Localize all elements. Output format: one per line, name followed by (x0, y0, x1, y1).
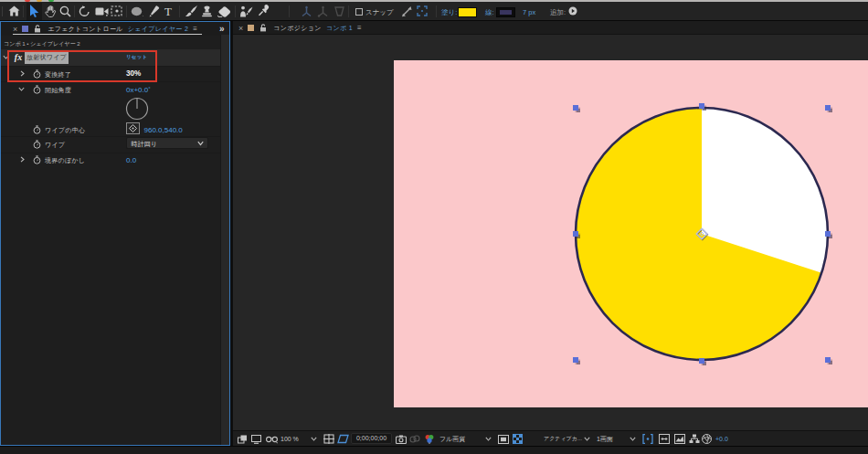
grid-guides-icon (323, 434, 334, 444)
property-label[interactable]: 境界のぼかし (45, 156, 85, 165)
annotation-highlight-box (7, 50, 157, 82)
panel-title[interactable]: コンポジション (273, 25, 322, 31)
region-of-interest-button[interactable] (498, 431, 509, 447)
selection-tool-button[interactable] (27, 2, 41, 20)
rotation-tool-button[interactable] (78, 2, 91, 20)
resolution-chevron[interactable] (485, 431, 492, 447)
stroke-label[interactable]: 線: (485, 8, 494, 17)
pen-tool-button[interactable] (147, 2, 161, 20)
composition-statusbar: 100 % 0;00;00;00 (233, 430, 868, 446)
clone-stamp-tool-button[interactable] (200, 2, 214, 20)
brush-tool-button[interactable] (185, 2, 199, 20)
3d-view-dropdown[interactable]: アクティブカ... (544, 431, 582, 447)
transparency-grid-button[interactable] (513, 431, 523, 447)
magnification-dropdown[interactable]: 100 % (281, 431, 299, 447)
shape-tool-button[interactable] (130, 2, 144, 20)
flowchart-icon (689, 434, 700, 444)
snap-checkbox[interactable] (355, 8, 363, 16)
selection-handle-mid-right[interactable] (825, 231, 831, 237)
property-label[interactable]: ワイプの中心 (45, 126, 85, 135)
selection-handle-bottom-left[interactable] (573, 357, 578, 363)
unlock-icon[interactable] (34, 25, 41, 33)
stroke-color-swatch[interactable] (496, 7, 515, 17)
fill-color-swatch[interactable] (458, 7, 477, 17)
anchor-point-icon[interactable] (694, 227, 709, 241)
local-axis-mode-button[interactable] (299, 2, 313, 20)
share-view-button[interactable] (642, 431, 653, 447)
3d-view-chevron[interactable] (584, 431, 590, 447)
show-snapshot-button[interactable] (409, 431, 420, 447)
selection-handle-top-left[interactable] (573, 105, 578, 111)
panel-divider[interactable] (230, 21, 233, 446)
stopwatch-icon[interactable] (33, 155, 41, 164)
composition-viewer[interactable] (233, 35, 868, 430)
wipe-center-point-button[interactable] (126, 122, 141, 135)
comp-flowchart-button[interactable] (689, 431, 700, 447)
selection-handle-top-center[interactable] (699, 103, 704, 109)
panel-menu-icon[interactable]: ≡ (357, 24, 362, 32)
property-value[interactable]: 0.0 (126, 156, 136, 164)
view-axis-mode-button[interactable] (332, 2, 346, 20)
angle-dial[interactable] (125, 97, 149, 121)
scrollbar-gutter[interactable] (220, 35, 230, 445)
world-axis-mode-button[interactable] (315, 2, 330, 20)
stroke-width-value[interactable]: 7 px (523, 8, 535, 16)
property-label[interactable]: 開始角度 (45, 86, 71, 95)
twirl-down-icon[interactable] (18, 86, 25, 92)
close-tab-icon[interactable]: × (13, 25, 17, 34)
composition-canvas[interactable] (394, 60, 868, 407)
snap-bounds-button[interactable] (415, 2, 429, 20)
stopwatch-icon[interactable] (33, 125, 41, 134)
snap-options-button[interactable] (399, 2, 414, 20)
selection-handle-top-right[interactable] (825, 105, 831, 111)
add-effect-button[interactable] (567, 2, 578, 20)
magnification-chevron[interactable] (311, 431, 317, 447)
resolution-dropdown[interactable]: フル画質 (439, 431, 465, 447)
current-time-field[interactable]: 0;00;00;00 (351, 433, 392, 444)
home-tool-button[interactable] (7, 2, 21, 20)
panel-target-layer[interactable]: シェイプレイヤー 2 (128, 26, 189, 32)
selection-handle-bottom-right[interactable] (825, 357, 831, 363)
eraser-tool-button[interactable] (217, 2, 232, 20)
type-tool-button[interactable]: T (162, 2, 175, 20)
toggle-mask-visibility-button[interactable] (337, 431, 349, 447)
panel-group-icon (22, 26, 28, 32)
view-layout-dropdown[interactable]: 1画面 (597, 431, 613, 447)
property-value[interactable]: 0x+0.0° (126, 86, 151, 94)
selection-handle-bottom-center[interactable] (699, 358, 704, 364)
camera-tool-button[interactable] (94, 2, 110, 20)
show-channel-button[interactable] (424, 431, 435, 447)
composition-tab[interactable]: × コンポジション コンポ 1 ≡ (238, 21, 362, 35)
wipe-direction-dropdown[interactable]: 時計回り (126, 137, 208, 149)
grid-guides-button[interactable] (323, 431, 334, 447)
property-label[interactable]: ワイプ (45, 141, 65, 150)
pan-behind-tool-button[interactable] (110, 2, 124, 20)
fast-previews-button[interactable] (674, 431, 685, 447)
reset-exposure-button[interactable] (702, 431, 712, 447)
panel-target-comp[interactable]: コンポ 1 (326, 25, 353, 31)
main-viewer-button[interactable] (251, 431, 261, 447)
hand-tool-button[interactable] (43, 2, 58, 20)
view-options-button[interactable] (266, 431, 278, 447)
panel-overflow-button[interactable]: » (219, 22, 225, 36)
snapshot-button[interactable] (396, 431, 407, 447)
stopwatch-icon[interactable] (33, 85, 41, 94)
puppet-pin-tool-button[interactable] (257, 2, 271, 20)
panel-menu-icon[interactable]: ≡ (193, 25, 197, 33)
zoom-tool-button[interactable] (58, 2, 72, 20)
panel-title[interactable]: エフェクトコントロール (48, 26, 123, 32)
pixel-aspect-correction-button[interactable] (659, 431, 670, 447)
unlock-icon[interactable] (259, 24, 267, 32)
fill-label[interactable]: 塗り: (441, 8, 457, 17)
roto-brush-tool-button[interactable] (238, 2, 254, 20)
stopwatch-icon[interactable] (33, 140, 41, 149)
exposure-value[interactable]: +0.0 (715, 431, 728, 447)
selection-handle-mid-left[interactable] (573, 231, 578, 237)
close-tab-icon[interactable]: × (238, 24, 243, 33)
toolbar-separator (126, 5, 127, 17)
always-preview-button[interactable] (238, 431, 248, 447)
twirl-right-icon[interactable] (19, 156, 26, 163)
property-value[interactable]: 960.0,540.0 (144, 126, 183, 134)
view-layout-chevron[interactable] (630, 431, 636, 447)
selection-arrow-icon (29, 5, 39, 17)
